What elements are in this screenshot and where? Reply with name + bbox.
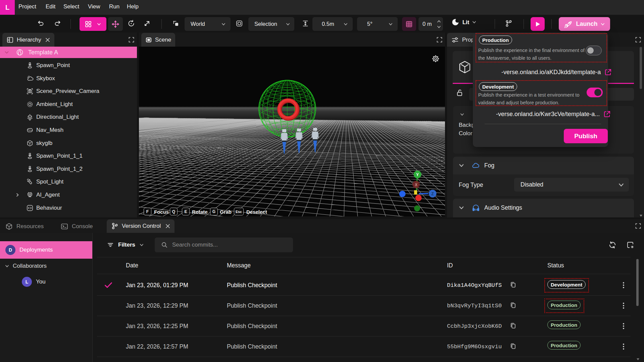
svg-text:Y: Y <box>416 172 419 177</box>
svg-text:X: X <box>415 183 417 187</box>
svg-text:Z: Z <box>431 192 434 196</box>
